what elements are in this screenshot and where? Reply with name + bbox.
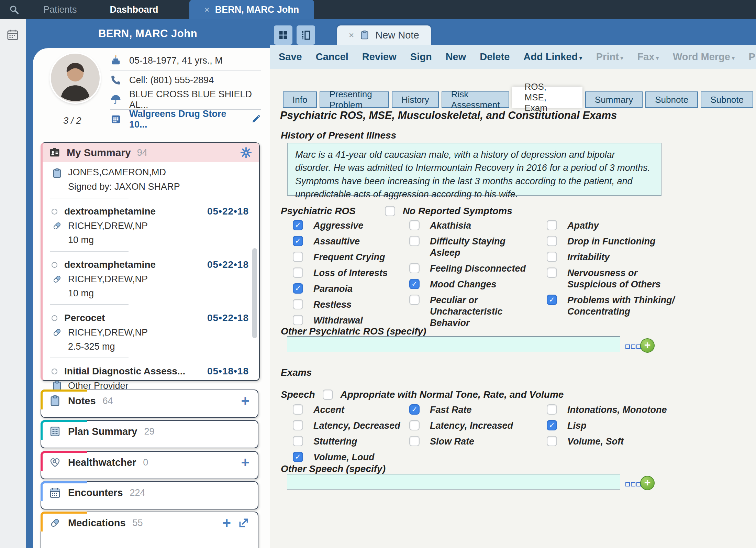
pharmacy-row[interactable]: Walgreens Drug Store 10... — [110, 110, 261, 129]
checkbox[interactable] — [293, 267, 303, 278]
summary-list-item[interactable]: Percocet 05•22•18 RICHEY,DREW,NP — [52, 304, 249, 352]
checkbox-option[interactable]: Feeling Disconnected — [409, 263, 547, 274]
checkbox-option[interactable]: Peculiar or Uncharacteristic Behavior — [409, 295, 547, 329]
add-healthwatcher-button[interactable] — [241, 457, 249, 468]
tab-info[interactable]: Info — [283, 91, 317, 108]
tab-ros-mse-exam[interactable]: ROS, MSE, Exam — [512, 87, 582, 108]
checkbox-option[interactable]: Latency, Increased — [409, 420, 547, 431]
summary-list-item[interactable]: dextroamphetamine 05•22•18 RICHE — [52, 198, 249, 245]
checkbox[interactable] — [547, 252, 557, 262]
checkbox[interactable] — [547, 404, 557, 415]
checkbox[interactable] — [293, 299, 303, 309]
ellipsis-button[interactable] — [625, 344, 641, 349]
fax-menu[interactable]: Fax — [637, 51, 659, 63]
checkbox[interactable] — [409, 420, 420, 430]
checkbox-option[interactable]: Difficulty Staying Asleep — [409, 236, 547, 259]
checkbox-option[interactable]: Lisp — [547, 420, 694, 431]
checkbox-option[interactable]: Slow Rate — [409, 436, 547, 447]
checkbox[interactable] — [547, 236, 557, 246]
add-medication-button[interactable] — [222, 518, 231, 528]
calendar-icon[interactable] — [6, 28, 19, 41]
checkbox-option[interactable]: Assaultive — [293, 236, 409, 247]
checkbox[interactable] — [293, 452, 303, 462]
checkbox[interactable] — [293, 236, 303, 246]
checkbox-option[interactable]: Frequent Crying — [293, 252, 409, 263]
checkbox-option[interactable]: Apathy — [547, 220, 694, 231]
checkbox-option[interactable]: Restless — [293, 299, 409, 310]
checkbox[interactable] — [547, 420, 557, 430]
checkbox-option[interactable]: Withdrawal — [293, 315, 409, 326]
checkbox-option[interactable]: Loss of Interests — [293, 267, 409, 279]
checkbox-option[interactable]: Akathisia — [409, 220, 547, 231]
review-button[interactable]: Review — [362, 51, 397, 63]
checkbox[interactable] — [293, 220, 303, 230]
close-icon[interactable] — [349, 30, 354, 41]
tab-history[interactable]: History — [392, 91, 439, 108]
checkbox[interactable] — [293, 420, 303, 430]
checkbox[interactable] — [293, 404, 303, 415]
accordion-medications[interactable]: Medications 55 — [41, 512, 258, 548]
checkbox[interactable] — [293, 283, 303, 294]
summary-list-item[interactable]: dextroamphetamine 05•22•18 RICHE — [52, 251, 249, 299]
accordion-healthwatcher[interactable]: Healthwatcher 0 — [41, 451, 258, 479]
close-icon[interactable] — [204, 4, 210, 15]
add-green-plus-button[interactable] — [640, 338, 655, 353]
patient-photo[interactable] — [51, 54, 100, 102]
save-button[interactable]: Save — [279, 51, 302, 63]
scrollbar-thumb[interactable] — [252, 248, 257, 338]
checkbox[interactable] — [293, 436, 303, 446]
hpi-textarea[interactable]: Marc is a 41-year old caucasian male, wi… — [287, 143, 662, 196]
checkbox[interactable] — [547, 295, 557, 305]
checkbox[interactable] — [547, 267, 557, 278]
print-menu[interactable]: Print — [596, 51, 624, 63]
cancel-button[interactable]: Cancel — [316, 51, 348, 63]
summary-provider-row[interactable]: JONES,CAMERON,MD — [52, 167, 249, 179]
add-note-button[interactable] — [241, 396, 249, 406]
nav-item-dashboard[interactable]: Dashboard — [93, 0, 175, 19]
new-note-tab[interactable]: New Note — [337, 25, 431, 45]
checkbox-option[interactable]: Paranoia — [293, 283, 409, 295]
grid-view-button[interactable] — [274, 25, 292, 45]
word-merge-menu[interactable]: Word Merge — [673, 51, 735, 63]
add-linked-menu[interactable]: Add Linked — [523, 51, 582, 63]
checkbox-option[interactable]: Stuttering — [293, 436, 409, 447]
no-reported-symptoms-checkbox[interactable] — [385, 206, 395, 216]
pharmacy-link[interactable]: Walgreens Drug Store 10... — [129, 109, 243, 130]
search-button[interactable] — [0, 0, 27, 19]
nav-item-patients[interactable]: Patients — [27, 0, 93, 19]
open-external-icon[interactable] — [238, 517, 249, 529]
sign-button[interactable]: Sign — [410, 51, 432, 63]
checkbox[interactable] — [409, 279, 420, 289]
checkbox[interactable] — [409, 436, 420, 446]
edit-pencil-icon[interactable] — [251, 114, 261, 124]
checkbox[interactable] — [409, 236, 420, 246]
tab-presenting-problem[interactable]: Presenting Problem — [320, 91, 389, 108]
print-send-summary-button[interactable]: Print/Send Summary/Re — [749, 51, 756, 63]
checkbox-option[interactable]: Fast Rate — [409, 404, 547, 416]
add-green-plus-button[interactable] — [640, 476, 655, 490]
checkbox[interactable] — [293, 252, 303, 262]
checkbox[interactable] — [409, 263, 420, 273]
column-view-button[interactable] — [297, 25, 315, 45]
new-button[interactable]: New — [446, 51, 466, 63]
checkbox-option[interactable]: Problems with Thinking/ Concentrating — [547, 295, 694, 317]
checkbox[interactable] — [409, 220, 420, 230]
other-ros-input[interactable] — [287, 336, 620, 352]
summary-list-item[interactable]: Initial Diagnostic Assess... 05•18•18 — [52, 358, 249, 391]
my-summary-header[interactable]: My Summary 94 — [43, 143, 259, 162]
tab-summary[interactable]: Summary — [585, 91, 643, 108]
checkbox[interactable] — [293, 315, 303, 325]
checkbox[interactable] — [409, 404, 420, 415]
checkbox-option[interactable]: Intonations, Monotone — [547, 404, 694, 416]
checkbox[interactable] — [547, 220, 557, 230]
checkbox[interactable] — [409, 295, 420, 305]
checkbox-option[interactable]: Volume, Loud — [293, 452, 409, 463]
ellipsis-button[interactable] — [625, 482, 641, 486]
tab-subnote-1[interactable]: Subnote — [645, 91, 698, 108]
checkbox-option[interactable]: Mood Changes — [409, 279, 547, 290]
patient-chart-tab[interactable]: BERN, MARC John — [189, 0, 314, 19]
gear-icon[interactable] — [240, 146, 252, 159]
accordion-notes[interactable]: Notes 64 — [41, 390, 258, 418]
tab-risk-assessment[interactable]: Risk Assessment — [442, 91, 510, 108]
checkbox-option[interactable]: Irritability — [547, 252, 694, 263]
